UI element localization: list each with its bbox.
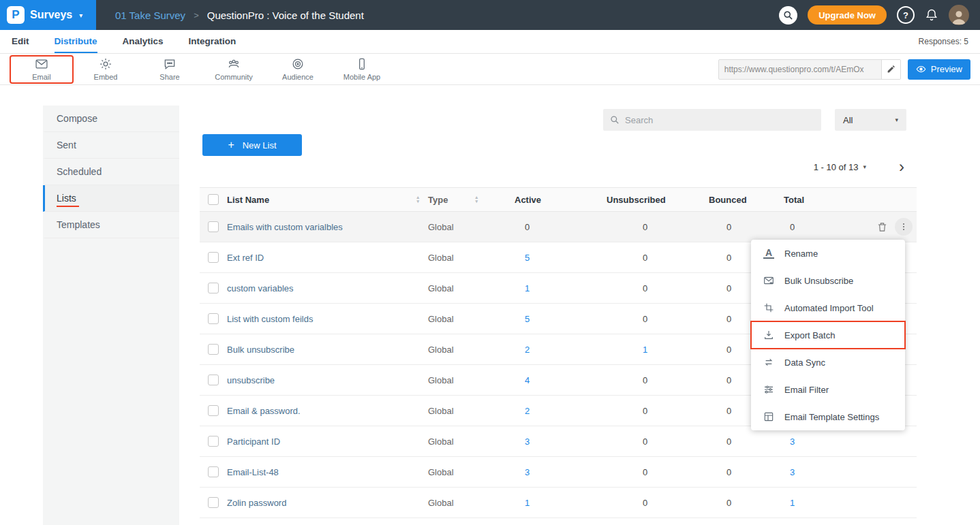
toolbar-item-embed[interactable]: Embed [74,55,138,84]
active-count: 0 [510,222,605,232]
search-button[interactable] [779,6,797,25]
unsubscribed-count: 0 [605,283,707,293]
active-count: 5 [510,253,605,263]
embed-icon [99,57,112,71]
notifications-button[interactable] [925,8,938,22]
toolbar-label: Embed [94,73,118,81]
col-header-type: Type [428,195,448,205]
unsubscribed-count: 0 [605,222,707,232]
sidebar-item-sent[interactable]: Sent [43,132,179,159]
help-button[interactable]: ? [897,6,915,24]
list-name-link[interactable]: Ext ref ID [227,253,264,263]
sort-icon[interactable]: ▴▾ [475,195,478,204]
row-checkbox[interactable] [208,497,219,508]
list-name-link[interactable]: unsubscribe [227,375,275,385]
select-all-checkbox[interactable] [208,194,219,205]
row-checkbox[interactable] [208,283,219,293]
list-type: Global [425,314,510,324]
edit-url-button[interactable] [881,60,900,79]
export-batch-icon [763,330,774,340]
row-actions-menu-button[interactable] [895,218,913,236]
breadcrumb: 01 Take Survey > QuestionPro : Voice of … [115,10,364,21]
active-count: 4 [510,375,605,385]
list-type: Global [425,222,510,232]
preview-button[interactable]: Preview [908,59,970,80]
list-filter-dropdown[interactable]: All ▾ [835,109,906,131]
list-name-link[interactable]: Participant ID [227,436,280,447]
table-row: Email-List-48 Global 3 0 0 3 [200,457,917,488]
list-type: Global [425,406,510,416]
user-avatar[interactable] [949,5,969,25]
email-sidebar: Compose Sent Scheduled Lists Templates [43,106,179,525]
tab-analytics[interactable]: Analytics [123,30,164,53]
next-page-button[interactable]: › [899,159,904,175]
upgrade-now-button[interactable]: Upgrade Now [808,5,887,25]
list-name-link[interactable]: Bulk unsubscribe [227,345,294,355]
toolbar-item-email[interactable]: Email [10,55,74,84]
list-name-link[interactable]: Zolin password [227,498,286,508]
trash-icon [876,221,888,233]
row-checkbox[interactable] [208,466,219,477]
sidebar-item-lists[interactable]: Lists [43,185,179,212]
person-icon [950,7,968,25]
tab-distribute[interactable]: Distribute [55,30,97,53]
new-list-button[interactable]: + New List [202,134,302,156]
sidebar-item-compose[interactable]: Compose [43,106,179,132]
row-checkbox[interactable] [208,313,219,324]
list-name-link[interactable]: Email & password. [227,406,301,416]
surveys-product-switcher[interactable]: P Surveys ▾ [0,0,96,30]
toolbar-label: Audience [282,73,313,81]
table-row: Zolin password Global 1 0 0 1 [200,488,917,518]
plus-icon: + [228,140,234,150]
menu-item-bulk-unsubscribe[interactable]: Bulk Unsubscribe [751,267,905,294]
row-checkbox[interactable] [208,436,219,447]
list-name-link[interactable]: Email-List-48 [227,467,279,477]
sort-icon[interactable]: ▴▾ [416,195,419,204]
row-checkbox[interactable] [208,375,219,385]
toolbar-item-audience[interactable]: Audience [266,55,330,84]
list-search[interactable] [603,109,821,131]
sidebar-item-scheduled[interactable]: Scheduled [43,159,179,185]
survey-url: https://www.questionpro.com/t/AEmOx [719,65,881,74]
sidebar-item-templates[interactable]: Templates [43,212,179,238]
menu-item-email-template-settings[interactable]: Email Template Settings [751,403,905,430]
menu-item-email-filter[interactable]: Email Filter [751,376,905,403]
questionpro-logo: P [7,6,25,24]
bounced-count: 0 [707,467,782,477]
row-checkbox[interactable] [208,221,219,232]
active-count: 5 [510,314,605,324]
search-input[interactable] [625,115,814,125]
product-name: Surveys [30,9,72,21]
row-checkbox[interactable] [208,344,219,355]
tab-edit[interactable]: Edit [12,30,29,53]
list-name-link[interactable]: List with custom feilds [227,314,313,324]
breadcrumb-survey-link[interactable]: 01 Take Survey [115,10,185,21]
email-icon [35,57,48,71]
row-checkbox[interactable] [208,405,219,416]
list-type: Global [425,375,510,385]
active-count: 3 [510,436,605,447]
list-name-link[interactable]: Emails with custom varialbles [227,222,343,232]
toolbar-item-mobile-app[interactable]: Mobile App [330,55,394,84]
list-type: Global [425,283,510,293]
pagination-range-dropdown[interactable]: 1 - 10 of 13 ▾ [814,162,866,172]
tab-integration[interactable]: Integration [189,30,236,53]
list-name-link[interactable]: custom variables [227,283,294,293]
rename-icon [763,249,774,259]
row-checkbox[interactable] [208,252,219,263]
menu-item-export-batch[interactable]: Export Batch [751,321,905,349]
breadcrumb-separator: > [194,10,199,20]
toolbar-item-community[interactable]: Community [202,55,266,84]
delete-list-button[interactable] [876,221,888,233]
list-type: Global [425,345,510,355]
community-icon [227,57,241,71]
active-count: 2 [510,345,605,355]
toolbar-label: Share [159,73,179,81]
toolbar-item-share[interactable]: Share [138,55,202,84]
preview-label: Preview [931,64,962,74]
toolbar-label: Community [215,73,253,81]
menu-item-automated-import-tool[interactable]: Automated Import Tool [751,294,905,321]
menu-item-rename[interactable]: Rename [751,240,905,267]
menu-item-data-sync[interactable]: Data Sync [751,349,905,376]
eye-icon [916,64,926,74]
